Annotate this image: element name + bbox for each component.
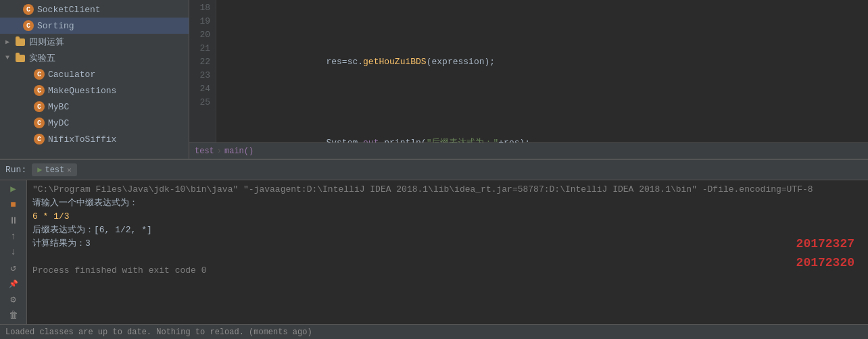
sidebar: C SocketClient C Sorting 四则运算 实验五 C Cacu… <box>0 0 189 159</box>
breadcrumb-sep: › <box>217 147 222 156</box>
scroll-down-button[interactable]: ↓ <box>5 246 22 258</box>
sidebar-item-caculator[interactable]: C Caculator <box>0 66 189 82</box>
sidebar-item-nifixtos[interactable]: C NifixToSiffix <box>0 131 189 147</box>
rerun-button[interactable]: ↺ <box>5 262 22 273</box>
sidebar-item-shiyanwu[interactable]: 实验五 <box>0 50 189 66</box>
sidebar-item-label: MyDC <box>48 118 69 128</box>
run-header: Run: ▶ test ✕ <box>0 160 868 180</box>
class-icon: C <box>34 118 45 128</box>
line-num-22: 22 <box>189 55 210 69</box>
sidebar-item-label: MyBC <box>48 102 69 112</box>
main-area: C SocketClient C Sorting 四则运算 实验五 C Cacu… <box>0 0 868 159</box>
line-num-25: 25 <box>189 96 210 109</box>
run-tab-name: test <box>45 165 64 175</box>
status-bar: Loaded classes are up to date. Nothing t… <box>0 324 868 339</box>
code-line-18: res=sc.getHouZuiBDS(expression); <box>224 42 868 82</box>
line-num-19: 19 <box>189 15 210 28</box>
sidebar-item-mybc[interactable]: C MyBC <box>0 99 189 115</box>
status-text: Loaded classes are up to date. Nothing t… <box>5 328 312 337</box>
arrow-icon <box>5 38 14 46</box>
breadcrumb-method: main() <box>224 147 254 156</box>
output-line-5 <box>32 251 863 264</box>
line-num-21: 21 <box>189 42 210 55</box>
folder-icon <box>15 36 26 47</box>
output-line-1: 请输入一个中缀表达式为： <box>32 197 863 210</box>
sidebar-item-label: Sorting <box>37 21 74 31</box>
sidebar-item-label: SocketClient <box>37 5 101 15</box>
scroll-up-button[interactable]: ↑ <box>5 230 22 242</box>
class-icon: C <box>34 101 45 112</box>
run-tab-icon: ▶ <box>37 165 42 175</box>
folder-icon <box>15 53 26 63</box>
sidebar-item-sorting[interactable]: C Sorting <box>0 18 189 34</box>
code-line-19: System.out.println("后缀表达式为："+res); <box>224 123 868 142</box>
run-label: Run: <box>5 165 26 175</box>
sidebar-item-makequestions[interactable]: C MakeQuestions <box>0 82 189 99</box>
class-icon: C <box>23 20 34 31</box>
class-icon: C <box>34 69 45 80</box>
sidebar-item-socketclient[interactable]: C SocketClient <box>0 1 189 18</box>
run-toolbar: ▶ ■ ⏸ ↑ ↓ ↺ 📌 ⚙ 🗑 <box>0 180 27 324</box>
gutter-18 <box>277 55 284 69</box>
run-output[interactable]: "C:\Program Files\Java\jdk-10\bin\java" … <box>27 180 868 324</box>
pin-button[interactable]: 📌 <box>5 278 22 290</box>
play-button[interactable]: ▶ <box>5 183 22 194</box>
line-num-18: 18 <box>189 1 210 15</box>
line-num-23: 23 <box>189 69 210 82</box>
arrow-icon <box>5 54 14 62</box>
code-content[interactable]: res=sc.getHouZuiBDS(expression); System.… <box>216 0 868 142</box>
output-line-3: 后缀表达式为：[6, 1/2, *] <box>32 224 863 237</box>
breadcrumb-file: test <box>195 147 214 156</box>
sidebar-item-label: MakeQuestions <box>48 86 116 96</box>
editor-area: 18 19 20 21 22 23 24 25 res=sc.getHouZui… <box>189 0 868 159</box>
pause-button[interactable]: ⏸ <box>5 215 22 226</box>
output-line-4: 计算结果为：3 <box>32 237 863 251</box>
line-num-20: 20 <box>189 28 210 42</box>
run-tab-close[interactable]: ✕ <box>67 165 72 174</box>
sidebar-item-mydc[interactable]: C MyDC <box>0 115 189 131</box>
trash-button[interactable]: 🗑 <box>5 310 22 321</box>
sidebar-item-label: NifixToSiffix <box>48 134 116 145</box>
sidebar-item-label: Caculator <box>48 70 95 80</box>
line-num-24: 24 <box>189 82 210 96</box>
class-icon: C <box>23 4 34 15</box>
sidebar-item-label: 四则运算 <box>29 36 64 48</box>
line-numbers: 18 19 20 21 22 23 24 25 <box>189 0 216 142</box>
breadcrumb-bar: test › main() <box>189 142 868 159</box>
class-icon: C <box>34 85 45 96</box>
sidebar-item-sisheyunsuan[interactable]: 四则运算 <box>0 34 189 50</box>
class-icon: C <box>34 134 45 145</box>
sidebar-item-label: 实验五 <box>29 52 55 64</box>
student-id-1: 20172327 <box>796 234 854 253</box>
run-panel: Run: ▶ test ✕ ▶ ■ ⏸ ↑ ↓ ↺ 📌 ⚙ 🗑 "C:\Prog… <box>0 159 868 324</box>
code-view: 18 19 20 21 22 23 24 25 res=sc.getHouZui… <box>189 0 868 142</box>
student-ids: 20172327 20172320 <box>796 234 854 272</box>
output-line-2: 6 * 1/3 <box>32 210 863 224</box>
output-line-6: Process finished with exit code 0 <box>32 264 863 278</box>
run-tab[interactable]: ▶ test ✕ <box>32 163 77 176</box>
run-body: ▶ ■ ⏸ ↑ ↓ ↺ 📌 ⚙ 🗑 "C:\Program Files\Java… <box>0 180 868 324</box>
stop-button[interactable]: ■ <box>5 199 22 210</box>
gutter-19 <box>277 136 284 142</box>
output-line-0: "C:\Program Files\Java\jdk-10\bin\java" … <box>32 183 863 197</box>
student-id-2: 20172320 <box>796 253 854 272</box>
settings-button[interactable]: ⚙ <box>5 294 22 305</box>
